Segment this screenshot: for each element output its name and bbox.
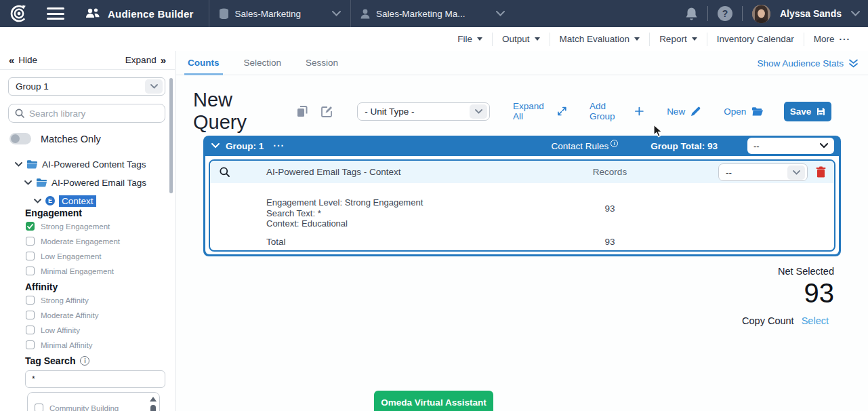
checkbox-moderate-engagement[interactable]: Moderate Engagement	[26, 235, 120, 247]
tag-search-input[interactable]	[25, 370, 165, 388]
criteria-line: Context: Educational	[266, 218, 423, 229]
user-name[interactable]: Alyssa Sands	[780, 8, 842, 19]
checkbox-icon[interactable]	[26, 326, 35, 334]
group-options-icon[interactable]: ···	[273, 140, 285, 151]
audience-selector[interactable]: Sales-Marketing Ma...	[351, 0, 514, 27]
checkbox-community-building[interactable]: Community Building	[35, 402, 119, 411]
user-avatar[interactable]	[752, 5, 770, 23]
chevron-down-icon	[470, 104, 487, 119]
scrollbar-thumb[interactable]	[150, 405, 156, 411]
library-search-input[interactable]	[29, 109, 151, 119]
open-query-button[interactable]: Open	[724, 106, 764, 117]
tab-counts[interactable]: Counts	[184, 51, 223, 75]
tab-selection[interactable]: Selection	[241, 51, 285, 75]
plus-icon	[635, 106, 644, 116]
menu-file[interactable]: File	[448, 33, 492, 46]
new-query-button[interactable]: New	[667, 106, 701, 117]
chevron-down-icon[interactable]	[34, 199, 41, 203]
checkbox-strong-affinity[interactable]: Strong Affinity	[26, 294, 89, 306]
matches-only-toggle[interactable]	[9, 133, 31, 144]
hide-sidebar-button[interactable]: « Hide	[9, 54, 37, 66]
criteria-line: Engagement Level: Strong Engagement	[266, 197, 423, 208]
edit-icon	[321, 106, 333, 117]
checkbox-checked-icon[interactable]	[26, 222, 35, 231]
omeda-logo-icon[interactable]	[9, 3, 29, 24]
expand-all-icon	[558, 106, 566, 116]
checkbox-icon[interactable]	[26, 296, 35, 305]
menu-output[interactable]: Output	[492, 33, 550, 46]
listbox-scrollbar[interactable]	[149, 397, 157, 411]
checkbox-low-affinity[interactable]: Low Affinity	[26, 324, 80, 336]
selected-tree-label: Context	[59, 195, 96, 207]
add-group-button[interactable]: Add Group	[590, 101, 644, 121]
checkbox-low-engagement[interactable]: Low Engagement	[26, 250, 102, 262]
checkbox-minimal-engagement[interactable]: Minimal Engagement	[26, 265, 114, 277]
copy-count-select-link[interactable]: Select	[802, 315, 829, 326]
matches-only-label: Matches Only	[41, 134, 101, 144]
help-icon[interactable]: ?	[718, 6, 732, 21]
folder-icon	[26, 159, 38, 169]
menu-more[interactable]: More···	[804, 33, 860, 46]
contact-rules-link[interactable]: Contact Rules i	[551, 141, 618, 151]
scroll-up-arrow-icon[interactable]	[150, 397, 157, 402]
delete-criteria-trash-icon[interactable]	[816, 166, 826, 178]
chevron-down-icon	[145, 79, 163, 94]
notifications-bell-icon[interactable]	[685, 7, 698, 21]
tree-item-content-tags[interactable]: AI-Powered Content Tags	[15, 157, 146, 172]
menu-inventory-calendar[interactable]: Inventory Calendar	[707, 33, 804, 46]
query-builder-main: Counts Selection Session Show Audience S…	[176, 51, 868, 411]
checkbox-icon[interactable]	[35, 404, 43, 411]
copy-icon	[297, 106, 308, 117]
criteria-card-header: AI-Powered Email Tags - Context Records …	[210, 161, 834, 183]
expand-all-button[interactable]: Expand All	[513, 101, 566, 121]
checkbox-icon[interactable]	[26, 267, 35, 275]
save-button[interactable]: Save	[784, 102, 831, 121]
tab-session[interactable]: Session	[302, 51, 342, 75]
info-icon[interactable]: i	[80, 356, 89, 366]
checkbox-minimal-affinity[interactable]: Minimal Affinity	[26, 339, 92, 351]
criteria-title: AI-Powered Email Tags - Context	[266, 167, 401, 177]
top-navigation-bar: Audience Builder Sales-Marketing Sales-M…	[0, 0, 868, 27]
query-menubar: File Output Match Evaluation Report Inve…	[0, 27, 868, 51]
database-selector[interactable]: Sales-Marketing	[209, 0, 351, 27]
collapse-group-chevron-icon[interactable]	[211, 143, 220, 149]
chevron-down-icon[interactable]	[15, 162, 22, 167]
sidebar-scrollbar-thumb[interactable]	[169, 78, 173, 193]
copy-count-label: Copy Count	[742, 315, 794, 326]
criteria-logic-select[interactable]: --	[718, 163, 808, 181]
chevron-down-icon	[820, 143, 828, 149]
group-logic-select[interactable]: --	[747, 138, 834, 154]
sidebar-header: « Hide Expand »	[0, 51, 175, 70]
search-icon[interactable]	[220, 167, 230, 177]
records-column-header: Records	[579, 167, 640, 177]
caret-down-icon	[535, 37, 540, 41]
expand-sidebar-button[interactable]: Expand »	[125, 54, 166, 66]
person-icon	[360, 9, 370, 19]
folder-icon	[36, 178, 47, 187]
checkbox-icon[interactable]	[26, 252, 35, 260]
unit-type-select[interactable]: - Unit Type -	[357, 102, 490, 121]
menu-report[interactable]: Report	[649, 33, 707, 46]
rename-query-button[interactable]	[321, 106, 333, 117]
net-selected-block: Net Selected 93	[778, 266, 834, 307]
chevron-down-icon	[787, 165, 805, 180]
show-audience-stats-link[interactable]: Show Audience Stats	[757, 51, 859, 75]
group-select[interactable]: Group 1	[8, 77, 165, 96]
checkbox-icon[interactable]	[26, 237, 35, 246]
affinity-section-title: Affinity	[25, 281, 58, 292]
chevron-down-icon[interactable]	[24, 180, 32, 185]
tree-item-context[interactable]: E Context	[34, 193, 96, 208]
library-search	[8, 104, 165, 123]
checkbox-icon[interactable]	[26, 311, 35, 319]
tree-item-email-tags[interactable]: AI-Powered Email Tags	[24, 175, 146, 190]
chevron-down-icon[interactable]	[851, 11, 860, 16]
checkbox-icon[interactable]	[26, 340, 35, 349]
hamburger-menu-icon[interactable]	[47, 7, 64, 20]
menu-match-evaluation[interactable]: Match Evaluation	[550, 33, 650, 46]
checkbox-moderate-affinity[interactable]: Moderate Affinity	[26, 309, 98, 321]
group-title: Group: 1	[226, 141, 264, 151]
virtual-assistant-button[interactable]: Omeda Virtual Assistant	[374, 391, 493, 411]
checkbox-strong-engagement[interactable]: Strong Engagement	[26, 220, 110, 232]
ellipsis-icon: ···	[840, 34, 851, 44]
copy-query-button[interactable]	[297, 106, 308, 117]
